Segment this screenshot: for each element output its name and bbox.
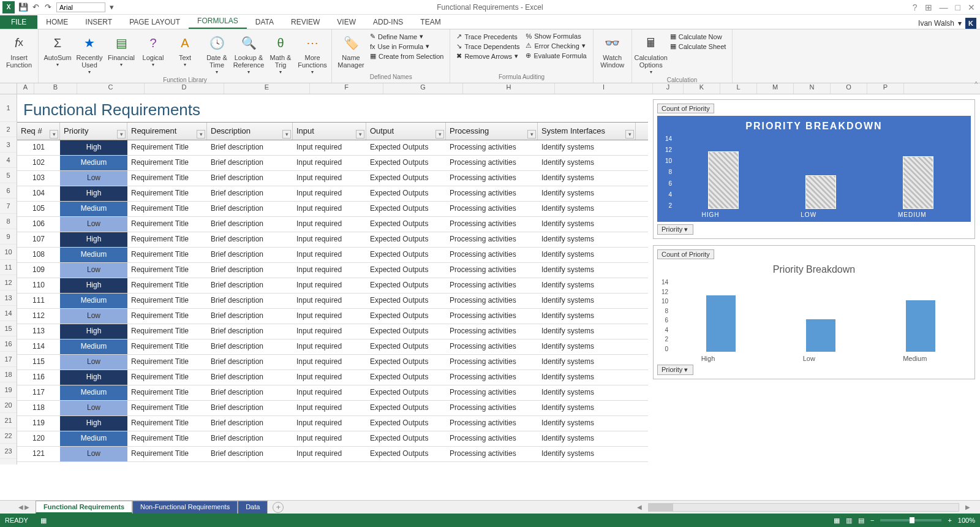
filter-dropdown-icon[interactable]: ▾ — [117, 130, 126, 138]
zoom-slider[interactable] — [880, 519, 941, 521]
use-in-formula-button[interactable]: fx Use in Formula ▾ — [368, 42, 446, 51]
table-row[interactable]: 116HighRequirement TitleBrief descriptio… — [17, 370, 648, 385]
calc-options-button[interactable]: 🖩Calculation Options▾ — [636, 32, 666, 77]
tab-add-ins[interactable]: ADD-INS — [364, 15, 412, 29]
ribbon-options-icon[interactable]: ⊞ — [925, 2, 932, 12]
table-row[interactable]: 120MediumRequirement TitleBrief descript… — [17, 431, 648, 447]
hscroll-right-icon[interactable]: ▶ — [965, 504, 970, 510]
insert-function-button[interactable]: fxInsert Function — [4, 32, 34, 70]
col-header-M[interactable]: M — [757, 83, 794, 94]
chart-filter-button[interactable]: Priority ▾ — [657, 365, 693, 375]
zoom-value[interactable]: 100% — [958, 517, 975, 524]
table-row[interactable]: 112LowRequirement TitleBrief description… — [17, 309, 648, 324]
logical-button[interactable]: ?Logical▾ — [138, 32, 168, 77]
tab-file[interactable]: FILE — [0, 15, 37, 29]
sheet-tab[interactable]: Data — [238, 501, 268, 514]
table-header-cell[interactable]: Description▾ — [207, 123, 293, 140]
table-row[interactable]: 118LowRequirement TitleBrief description… — [17, 401, 648, 416]
table-header-cell[interactable]: Requirement▾ — [127, 123, 207, 140]
col-header-O[interactable]: O — [831, 83, 867, 94]
sheet-tab[interactable]: Non-Functional Requirements — [132, 501, 238, 514]
table-row[interactable]: 106LowRequirement TitleBrief description… — [17, 217, 648, 232]
sheet-tab[interactable]: Functional Requirements — [36, 501, 132, 514]
close-icon[interactable]: ✕ — [968, 2, 975, 12]
watch-window-button[interactable]: 👓Watch Window — [597, 32, 628, 70]
col-header-B[interactable]: B — [34, 83, 77, 94]
filter-dropdown-icon[interactable]: ▾ — [282, 130, 291, 138]
define-name-button[interactable]: ✎ Define Name ▾ — [368, 32, 446, 41]
tab-team[interactable]: TEAM — [412, 15, 449, 29]
macro-icon[interactable]: ▦ — [40, 517, 47, 525]
col-header-N[interactable]: N — [794, 83, 831, 94]
recently-used-button[interactable]: ★Recently Used▾ — [74, 32, 105, 77]
table-row[interactable]: 117MediumRequirement TitleBrief descript… — [17, 385, 648, 401]
user-area[interactable]: Ivan Walsh▾ K — [918, 18, 980, 29]
undo-icon[interactable]: ↶ — [29, 1, 42, 13]
table-row[interactable]: 108MediumRequirement TitleBrief descript… — [17, 248, 648, 263]
more-functions-button[interactable]: ⋯More Functions▾ — [297, 32, 328, 77]
new-sheet-button[interactable]: + — [273, 502, 284, 513]
table-header-cell[interactable]: Processing▾ — [446, 123, 538, 140]
tab-data[interactable]: DATA — [247, 15, 282, 29]
calculate-now-button[interactable]: ▦ Calculate Now — [668, 32, 729, 41]
create-selection-button[interactable]: ▦ Create from Selection — [368, 51, 446, 61]
remove-arrows-button[interactable]: ✖ Remove Arrows ▾ — [454, 51, 522, 61]
table-header-cell[interactable]: System Interfaces▾ — [538, 123, 636, 140]
qat-font-selector[interactable] — [56, 2, 105, 12]
save-icon[interactable]: 💾 — [17, 1, 29, 13]
tab-home[interactable]: HOME — [37, 15, 77, 29]
table-header-cell[interactable]: Input▾ — [293, 123, 366, 140]
col-header-C[interactable]: C — [77, 83, 145, 94]
trace-precedents-button[interactable]: ↗ Trace Precedents — [454, 32, 522, 41]
math-trig-button[interactable]: θMath & Trig▾ — [265, 32, 296, 77]
tab-insert[interactable]: INSERT — [77, 15, 121, 29]
hscroll-left-icon[interactable]: ◀ — [637, 504, 642, 510]
filter-dropdown-icon[interactable]: ▾ — [356, 130, 364, 138]
view-layout-icon[interactable]: ▥ — [846, 517, 852, 525]
filter-dropdown-icon[interactable]: ▾ — [435, 130, 444, 138]
table-row[interactable]: 101HighRequirement TitleBrief descriptio… — [17, 140, 648, 156]
col-header-K[interactable]: K — [684, 83, 720, 94]
table-row[interactable]: 102MediumRequirement TitleBrief descript… — [17, 156, 648, 171]
tab-view[interactable]: VIEW — [328, 15, 364, 29]
col-header-I[interactable]: I — [555, 83, 653, 94]
calculate-sheet-button[interactable]: ▦ Calculate Sheet — [668, 42, 729, 51]
col-header-A[interactable]: A — [17, 83, 34, 94]
view-normal-icon[interactable]: ▦ — [834, 517, 840, 525]
table-row[interactable]: 113HighRequirement TitleBrief descriptio… — [17, 324, 648, 339]
table-row[interactable]: 114MediumRequirement TitleBrief descript… — [17, 339, 648, 355]
zoom-in-icon[interactable]: + — [948, 517, 951, 524]
tab-page-layout[interactable]: PAGE LAYOUT — [121, 15, 189, 29]
tab-review[interactable]: REVIEW — [282, 15, 328, 29]
table-row[interactable]: 110HighRequirement TitleBrief descriptio… — [17, 278, 648, 294]
show-formulas-button[interactable]: % Show Formulas — [523, 32, 589, 40]
table-row[interactable]: 105MediumRequirement TitleBrief descript… — [17, 202, 648, 217]
chart-priority-breakdown-1[interactable]: Count of Priority PRIORITY BREAKDOWN 141… — [653, 99, 975, 239]
filter-dropdown-icon[interactable]: ▾ — [50, 130, 58, 138]
minimize-icon[interactable]: — — [940, 2, 948, 12]
table-header-cell[interactable]: Req #▾ — [17, 123, 60, 140]
col-header-F[interactable]: F — [310, 83, 383, 94]
help-icon[interactable]: ? — [913, 2, 918, 12]
maximize-icon[interactable]: □ — [956, 2, 960, 12]
autosum-button[interactable]: ΣAutoSum▾ — [42, 32, 73, 77]
col-header-H[interactable]: H — [463, 83, 555, 94]
chart-priority-breakdown-2[interactable]: Count of Priority Priority Breakdown 141… — [653, 245, 975, 379]
date-time-button[interactable]: 🕓Date & Time▾ — [202, 32, 232, 77]
table-row[interactable]: 107HighRequirement TitleBrief descriptio… — [17, 232, 648, 248]
text-button[interactable]: AText▾ — [170, 32, 200, 77]
filter-dropdown-icon[interactable]: ▾ — [527, 130, 536, 138]
table-row[interactable]: 111MediumRequirement TitleBrief descript… — [17, 294, 648, 309]
tab-formulas[interactable]: FORMULAS — [189, 14, 247, 29]
view-pagebreak-icon[interactable]: ▤ — [858, 517, 864, 525]
table-row[interactable]: 119HighRequirement TitleBrief descriptio… — [17, 416, 648, 431]
table-header-cell[interactable]: Priority▾ — [60, 123, 127, 140]
trace-dependents-button[interactable]: ↘ Trace Dependents — [454, 42, 522, 51]
sheet-nav-prev-icon[interactable]: ◀ — [18, 504, 23, 510]
lookup-ref-button[interactable]: 🔍Lookup & Reference▾ — [233, 32, 264, 77]
col-header-G[interactable]: G — [383, 83, 463, 94]
chart-filter-button[interactable]: Priority ▾ — [657, 224, 693, 235]
col-header-P[interactable]: P — [867, 83, 904, 94]
horizontal-scrollbar[interactable] — [648, 503, 959, 512]
table-row[interactable]: 115LowRequirement TitleBrief description… — [17, 355, 648, 370]
